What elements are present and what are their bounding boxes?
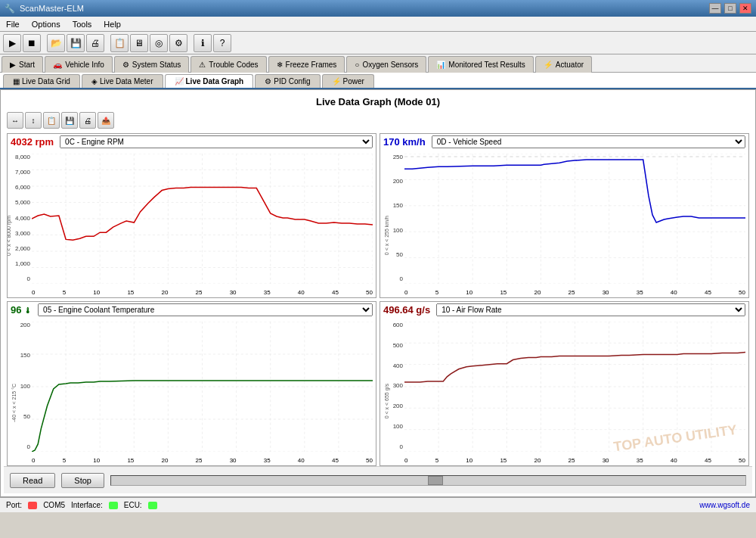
stop-tool[interactable]: ⏹ xyxy=(23,34,41,52)
read-button[interactable]: Read xyxy=(10,473,55,488)
tab-oxygen-sensors[interactable]: ○ Oxygen Sensors xyxy=(346,56,426,73)
rpm-panel: 4032 rpm 0C - Engine RPM 8,000 7,000 6,0… xyxy=(7,133,376,298)
export-graph-button[interactable]: 📤 xyxy=(98,112,114,129)
info-tool[interactable]: ℹ xyxy=(194,34,212,52)
maximize-button[interactable]: □ xyxy=(724,3,736,14)
tab-live-meter[interactable]: ◈ Live Data Meter xyxy=(82,74,163,88)
airflow-pid-select[interactable]: 10 - Air Flow Rate xyxy=(436,303,745,316)
coolant-header: 96 🌡 05 - Engine Coolant Temperature xyxy=(8,302,376,318)
tab-meter-label: Live Data Meter xyxy=(100,77,153,86)
tab-live-grid[interactable]: ▦ Live Data Grid xyxy=(3,74,80,88)
main-content: Live Data Graph (Mode 01) ↔ ↕ 📋 💾 🖨 📤 40… xyxy=(0,89,756,497)
minimize-button[interactable]: — xyxy=(709,3,721,14)
speed-chart xyxy=(404,154,745,284)
tab-system-label: System Status xyxy=(132,61,181,69)
menubar: File Options Tools Help xyxy=(0,17,756,32)
horizontal-scrollbar[interactable] xyxy=(110,475,746,486)
tab-trouble-label: Trouble Codes xyxy=(209,61,258,69)
coolant-value: 96 🌡 xyxy=(11,304,32,316)
tab-vehicle-info[interactable]: 🚗 Vehicle Info xyxy=(45,56,113,73)
system-icon: ⚙ xyxy=(122,61,129,69)
graph-icon: 📈 xyxy=(175,77,184,86)
tab-monitored-results[interactable]: 📊 Monitored Test Results xyxy=(428,56,534,73)
save-graph-button[interactable]: 💾 xyxy=(61,112,78,129)
app-title: ScanMaster-ELM xyxy=(20,4,84,13)
port-led xyxy=(28,502,37,509)
titlebar: 🔧 ScanMaster-ELM — □ ✕ xyxy=(0,0,756,17)
tab-actuator-label: Actuator xyxy=(556,61,584,69)
zoom-y-button[interactable]: ↕ xyxy=(25,112,42,129)
settings-tool[interactable]: ⚙ xyxy=(169,34,187,52)
page-title: Live Data Graph (Mode 01) xyxy=(4,96,752,107)
tab-freeze-label: Freeze Frames xyxy=(286,61,337,69)
tab-pid-config[interactable]: ⚙ PID Config xyxy=(255,74,320,88)
save-tool[interactable]: 💾 xyxy=(67,34,85,52)
copy-graph-button[interactable]: 📋 xyxy=(43,112,60,129)
monitor-tool[interactable]: 🖥 xyxy=(130,34,148,52)
tab-graph-label: Live Data Graph xyxy=(186,77,244,86)
tab-system-status[interactable]: ⚙ System Status xyxy=(114,56,189,73)
freeze-icon: ❄ xyxy=(277,61,283,69)
about-tool[interactable]: ? xyxy=(213,34,231,52)
print-tool[interactable]: 🖨 xyxy=(86,34,104,52)
tabs-row1: ▶ Start 🚗 Vehicle Info ⚙ System Status ⚠… xyxy=(0,54,756,73)
tab-power[interactable]: ⚡ Power xyxy=(322,74,374,88)
airflow-y-title: 0 < x < 655 g/s xyxy=(384,384,389,418)
menu-options[interactable]: Options xyxy=(29,19,64,30)
graph-toolbar: ↔ ↕ 📋 💾 🖨 📤 xyxy=(4,110,752,130)
coolant-pid-select[interactable]: 05 - Engine Coolant Temperature xyxy=(38,303,373,316)
tab-start[interactable]: ▶ Start xyxy=(2,56,43,73)
coolant-x-axis: 0 5 10 15 20 25 30 35 40 45 50 xyxy=(32,457,373,464)
ecu-label: ECU: xyxy=(124,501,142,509)
tab-live-graph[interactable]: 📈 Live Data Graph xyxy=(165,74,254,88)
speed-header: 170 km/h 0D - Vehicle Speed xyxy=(380,134,748,150)
coolant-y-title: -40 < x < 215 °C xyxy=(11,384,17,422)
port-value: COM5 xyxy=(43,501,65,509)
actuator-icon: ⚡ xyxy=(544,61,553,69)
zoom-x-button[interactable]: ↔ xyxy=(7,112,23,129)
gauge-tool[interactable]: ◎ xyxy=(150,34,168,52)
tab-monitored-label: Monitored Test Results xyxy=(448,61,525,69)
rpm-value: 4032 rpm xyxy=(11,136,54,148)
airflow-x-axis: 0 5 10 15 20 25 30 35 40 45 50 xyxy=(404,457,745,464)
speed-pid-select[interactable]: 0D - Vehicle Speed xyxy=(432,135,745,148)
tab-pid-label: PID Config xyxy=(274,77,310,86)
menu-file[interactable]: File xyxy=(3,19,23,30)
menu-help[interactable]: Help xyxy=(101,19,124,30)
tabs-row2: ▦ Live Data Grid ◈ Live Data Meter 📈 Liv… xyxy=(0,73,756,89)
trouble-icon: ⚠ xyxy=(199,61,206,69)
statusbar: Port: COM5 Interface: ECU: www.wgsoft.de xyxy=(0,497,756,512)
ecu-led xyxy=(148,502,157,509)
rpm-y-title: 0 < x < 8000 rpm xyxy=(7,216,11,256)
rpm-pid-select[interactable]: 0C - Engine RPM xyxy=(60,135,373,148)
interface-label: Interface: xyxy=(71,501,103,509)
website: www.wgsoft.de xyxy=(699,501,750,509)
pid-icon: ⚙ xyxy=(265,77,271,86)
rpm-chart xyxy=(32,154,373,284)
print-graph-button[interactable]: 🖨 xyxy=(79,112,96,129)
power-icon: ⚡ xyxy=(332,77,341,86)
start-tool[interactable]: ▶ xyxy=(3,34,21,52)
tab-trouble-codes[interactable]: ⚠ Trouble Codes xyxy=(191,56,266,73)
interface-led xyxy=(109,502,118,509)
tab-vehicle-label: Vehicle Info xyxy=(65,61,104,69)
rpm-header: 4032 rpm 0C - Engine RPM xyxy=(8,134,376,150)
grid-icon: ▦ xyxy=(13,77,20,86)
tab-actuator[interactable]: ⚡ Actuator xyxy=(535,56,592,73)
speed-x-axis: 0 5 10 15 20 25 30 35 40 45 50 xyxy=(404,289,745,296)
airflow-panel: 496.64 g/s 10 - Air Flow Rate 600 500 40… xyxy=(380,301,749,466)
bottom-controls: Read Stop xyxy=(4,466,752,493)
tab-freeze-frames[interactable]: ❄ Freeze Frames xyxy=(268,56,345,73)
speed-value: 170 km/h xyxy=(383,136,426,148)
coolant-chart xyxy=(32,322,373,452)
stop-button[interactable]: Stop xyxy=(61,473,104,488)
menu-tools[interactable]: Tools xyxy=(70,19,95,30)
speed-chart-area xyxy=(404,154,745,284)
toolbar: ▶ ⏹ 📂 💾 🖨 📋 🖥 ◎ ⚙ ℹ ? xyxy=(0,32,756,54)
vehicle-icon: 🚗 xyxy=(53,61,62,69)
copy-tool[interactable]: 📋 xyxy=(110,34,129,52)
close-button[interactable]: ✕ xyxy=(739,3,751,14)
coolant-chart-area xyxy=(32,322,373,452)
app-icon: 🔧 xyxy=(5,4,15,14)
open-tool[interactable]: 📂 xyxy=(47,34,65,52)
